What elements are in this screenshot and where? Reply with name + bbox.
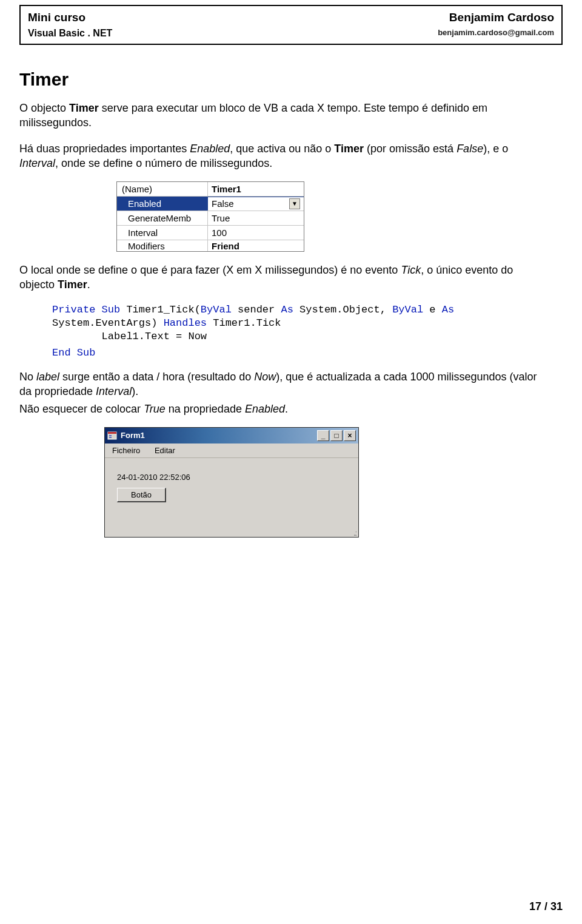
- form-window: Form1 _ □ × Ficheiro Editar 24-01-2010 2…: [104, 427, 359, 538]
- page-number: 17 / 31: [529, 900, 563, 913]
- paragraph-4: No label surge então a data / hora (resu…: [19, 369, 547, 399]
- author-name: Benjamim Cardoso: [438, 11, 554, 24]
- close-button[interactable]: ×: [344, 430, 356, 441]
- property-name: Modifiers: [117, 240, 208, 251]
- paragraph-1: O objecto Timer serve para executar um b…: [19, 101, 547, 130]
- minimize-button[interactable]: _: [317, 430, 329, 441]
- paragraph-2: Há duas propriedades importantes Enabled…: [19, 141, 547, 171]
- code-end-sub: End Sub: [52, 347, 563, 359]
- paragraph-5: Não esquecer de colocar True na propried…: [19, 402, 547, 416]
- paragraph-3: O local onde se define o que é para faze…: [19, 263, 547, 292]
- resize-grip-icon[interactable]: ..:: [353, 531, 356, 536]
- property-value: Timer1: [208, 183, 304, 195]
- titlebar: Form1 _ □ ×: [105, 428, 358, 443]
- property-row-name: (Name) Timer1: [117, 182, 304, 197]
- maximize-icon: □: [334, 431, 338, 440]
- form-icon: [107, 431, 117, 440]
- property-row-enabled[interactable]: Enabled False ▼: [117, 197, 304, 211]
- menu-editar[interactable]: Editar: [155, 446, 175, 455]
- author-email: benjamim.cardoso@gmail.com: [438, 28, 554, 37]
- property-row-interval: Interval 100: [117, 226, 304, 240]
- svg-rect-1: [108, 432, 116, 434]
- property-name: (Name): [117, 182, 208, 196]
- property-grid: (Name) Timer1 Enabled False ▼ GenerateMe…: [116, 181, 304, 252]
- datetime-label: 24-01-2010 22:52:06: [117, 473, 346, 482]
- botao-button[interactable]: Botão: [117, 488, 166, 502]
- course-title: Mini curso: [28, 11, 112, 24]
- maximize-button[interactable]: □: [330, 430, 343, 441]
- property-value[interactable]: False ▼: [208, 197, 304, 211]
- property-row-generatememb: GenerateMemb True: [117, 211, 304, 226]
- svg-rect-2: [109, 435, 112, 436]
- menubar: Ficheiro Editar: [105, 443, 358, 458]
- property-row-modifiers: Modifiers Friend: [117, 240, 304, 251]
- property-value: 100: [208, 226, 304, 239]
- dropdown-arrow-icon[interactable]: ▼: [289, 198, 300, 209]
- code-block: Private Sub Timer1_Tick(ByVal sender As …: [52, 303, 563, 343]
- property-value: True: [208, 212, 304, 224]
- property-name: Interval: [117, 226, 208, 240]
- svg-rect-3: [109, 437, 112, 438]
- property-name: Enabled: [117, 197, 208, 211]
- property-value: Friend: [208, 240, 304, 251]
- window-title: Form1: [121, 431, 317, 440]
- course-subtitle: Visual Basic . NET: [28, 28, 112, 39]
- document-header: Mini curso Visual Basic . NET Benjamim C…: [19, 5, 563, 45]
- minimize-icon: _: [321, 431, 326, 440]
- section-title: Timer: [19, 69, 563, 90]
- close-icon: ×: [347, 431, 352, 440]
- menu-ficheiro[interactable]: Ficheiro: [112, 446, 140, 455]
- property-name: GenerateMemb: [117, 211, 208, 225]
